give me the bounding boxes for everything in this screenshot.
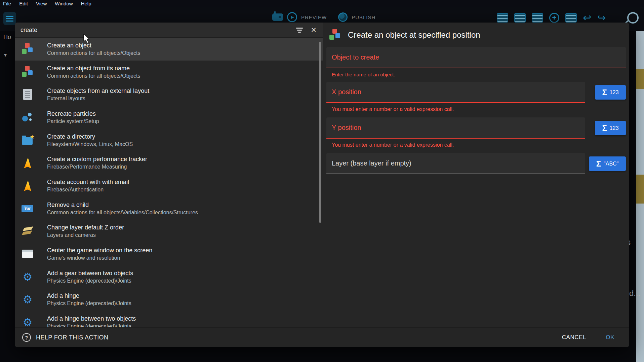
object-field-helper: Enter the name of an object. bbox=[332, 72, 629, 77]
x-field-label: X position bbox=[326, 88, 361, 96]
publish-icon[interactable] bbox=[338, 12, 348, 22]
dialog-footer: ? HELP FOR THIS ACTION CANCEL OK bbox=[15, 327, 629, 347]
x-field-error: You must enter a number or a valid expre… bbox=[332, 106, 629, 112]
action-title: Create objects from an external layout bbox=[47, 87, 149, 95]
help-button[interactable]: ? HELP FOR THIS ACTION bbox=[22, 333, 108, 342]
sigma-icon: Σ bbox=[602, 88, 607, 97]
zoom-icon[interactable] bbox=[627, 12, 639, 24]
cancel-button[interactable]: CANCEL bbox=[562, 334, 587, 341]
chevron-down-icon[interactable]: ▾ bbox=[4, 52, 7, 58]
menu-edit[interactable]: Edit bbox=[15, 0, 32, 7]
menu-file[interactable]: File bbox=[0, 0, 15, 7]
action-item[interactable]: Center the game window on the screen Gam… bbox=[15, 243, 323, 265]
filter-icon[interactable] bbox=[295, 28, 304, 33]
action-title: Add a hinge between two objects bbox=[47, 315, 136, 323]
action-subtitle: Physics Engine (deprecated)/Joints bbox=[47, 300, 131, 307]
action-subtitle: Common actions for all objects/Objects bbox=[47, 49, 140, 57]
action-item[interactable]: Var Remove a child Common actions for al… bbox=[15, 197, 323, 220]
particles-icon bbox=[22, 111, 34, 123]
action-item[interactable]: Change layer default Z order Layers and … bbox=[15, 220, 323, 243]
menu-window[interactable]: Window bbox=[51, 0, 77, 7]
search-bar: create × bbox=[15, 23, 323, 38]
action-item[interactable]: ★ Create a directory Filesystem/Windows,… bbox=[15, 129, 323, 152]
action-subtitle: Firebase/Authentication bbox=[47, 186, 129, 193]
variable-icon: Var bbox=[22, 203, 34, 215]
action-list: Create an object Common actions for all … bbox=[15, 38, 323, 327]
expression-type-label: 123 bbox=[610, 89, 619, 96]
home-tab-label: Ho bbox=[3, 34, 11, 41]
action-subtitle: Filesystem/Windows, Linux, MacOS bbox=[47, 141, 133, 148]
action-item[interactable]: Create an object Common actions for all … bbox=[15, 38, 323, 61]
object-field-label: Object to create bbox=[326, 53, 379, 61]
y-field-label: Y position bbox=[326, 124, 361, 132]
action-item[interactable]: Recreate particles Particle system/Setup bbox=[15, 106, 323, 129]
scrollbar-marker bbox=[636, 175, 644, 204]
action-subtitle: Common actions for all objects/Variables… bbox=[47, 209, 198, 216]
instances-panel-icon[interactable] bbox=[565, 13, 577, 23]
scrollbar-marker bbox=[636, 69, 644, 89]
firebase-icon bbox=[22, 180, 34, 192]
action-item[interactable]: Create a custom performance tracker Fire… bbox=[15, 151, 323, 174]
undo-icon[interactable]: ↩ bbox=[583, 13, 591, 23]
publish-button[interactable]: PUBLISH bbox=[352, 14, 375, 20]
object-groups-icon[interactable] bbox=[514, 13, 526, 23]
help-label: HELP FOR THIS ACTION bbox=[36, 334, 108, 341]
layer-field[interactable]: Layer (base layer if empty) bbox=[326, 153, 585, 174]
add-instance-icon[interactable]: + bbox=[549, 13, 559, 23]
action-title: Create a directory bbox=[47, 133, 133, 141]
layers-icon bbox=[22, 225, 34, 237]
properties-panel-icon[interactable] bbox=[532, 13, 543, 23]
action-item[interactable]: ⚙ Add a hinge between two objects Physic… bbox=[15, 311, 323, 327]
action-title: Add a gear between two objects bbox=[47, 269, 133, 277]
gear-icon: ⚙ bbox=[22, 316, 34, 327]
y-position-field[interactable]: Y position bbox=[326, 117, 585, 139]
y-field-error: You must enter a number or a valid expre… bbox=[332, 142, 629, 148]
action-title: Create a custom performance tracker bbox=[47, 155, 147, 163]
object-to-create-field[interactable]: Object to create bbox=[326, 47, 626, 68]
sigma-icon: Σ bbox=[602, 124, 607, 132]
main-menu-icon[interactable] bbox=[3, 12, 16, 25]
action-title: Remove a child bbox=[47, 201, 198, 209]
action-title: Recreate particles bbox=[47, 110, 99, 118]
help-icon: ? bbox=[22, 333, 31, 342]
action-subtitle: Physics Engine (deprecated)/Joints bbox=[47, 277, 133, 285]
sigma-icon: Σ bbox=[596, 160, 601, 168]
close-icon[interactable]: × bbox=[311, 26, 316, 35]
action-item[interactable]: Create an object from its name Common ac… bbox=[15, 61, 323, 83]
action-title: Change layer default Z order bbox=[47, 223, 124, 231]
menu-view[interactable]: View bbox=[32, 0, 51, 7]
action-subtitle: Firebase/Performance Measuring bbox=[47, 163, 147, 171]
objects-panel-icon[interactable] bbox=[497, 13, 508, 23]
objects-icon bbox=[22, 43, 34, 55]
string-expression-builder-button[interactable]: Σ "ABC" bbox=[589, 156, 626, 171]
window-icon bbox=[22, 248, 34, 260]
expression-builder-button[interactable]: Σ 123 bbox=[595, 121, 626, 135]
action-subtitle: Physics Engine (deprecated)/Joints bbox=[47, 323, 136, 327]
action-subtitle: Game's window and resolution bbox=[47, 254, 152, 262]
action-parameters-pane: Create an object at specified position O… bbox=[323, 23, 629, 327]
action-item[interactable]: Create account with with email Firebase/… bbox=[15, 174, 323, 197]
objects-icon bbox=[329, 29, 341, 41]
action-item[interactable]: Create objects from an external layout E… bbox=[15, 83, 323, 106]
action-item[interactable]: ⚙ Add a hinge Physics Engine (deprecated… bbox=[15, 288, 323, 311]
menu-bar: File Edit View Window Help bbox=[0, 0, 644, 7]
search-input[interactable]: create bbox=[21, 27, 288, 34]
preview-button[interactable]: PREVIEW bbox=[301, 14, 327, 20]
expression-builder-button[interactable]: Σ 123 bbox=[595, 85, 626, 100]
list-scrollbar[interactable] bbox=[319, 42, 321, 223]
action-title: Center the game window on the screen bbox=[47, 246, 152, 254]
gear-icon: ⚙ bbox=[22, 271, 34, 283]
layer-field-label: Layer (base layer if empty) bbox=[326, 159, 411, 167]
background-text-fragment: d... bbox=[629, 289, 643, 298]
expression-type-label: 123 bbox=[610, 125, 619, 131]
action-subtitle: Layers and cameras bbox=[47, 231, 124, 239]
play-icon[interactable]: ▶ bbox=[287, 12, 297, 22]
menu-help[interactable]: Help bbox=[77, 0, 95, 7]
redo-icon[interactable]: ↪ bbox=[597, 13, 606, 23]
action-item[interactable]: ⚙ Add a gear between two objects Physics… bbox=[15, 265, 323, 288]
action-title: Add a hinge bbox=[47, 292, 131, 300]
x-position-field[interactable]: X position bbox=[326, 82, 585, 103]
ok-button[interactable]: OK bbox=[606, 334, 614, 341]
action-subtitle: Particle system/Setup bbox=[47, 118, 99, 125]
expression-type-label: "ABC" bbox=[604, 161, 618, 167]
